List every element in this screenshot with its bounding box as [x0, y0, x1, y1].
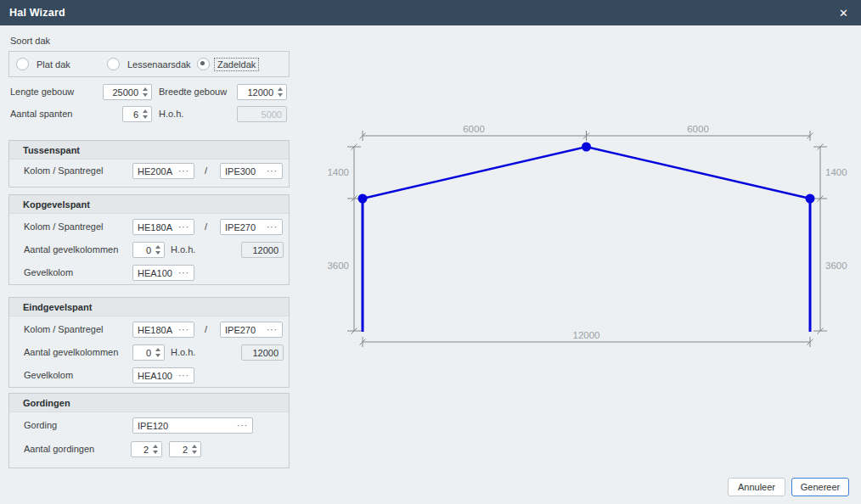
eindgevelspant-section: Eindgevelspant Kolom / Spantregel HE180A…	[8, 297, 290, 388]
spinner-arrows-icon[interactable]	[192, 445, 197, 454]
soort-dak-label: Soort dak	[10, 33, 50, 49]
frame-nodes	[358, 143, 815, 204]
dim-label-span: 12000	[573, 330, 600, 340]
lengte-gebouw-input[interactable]: 25000	[103, 84, 152, 100]
spinner-value: 0	[146, 348, 151, 358]
hoh-label: H.o.h.	[159, 106, 183, 122]
aantal-gevelkolommen-label: Aantal gevelkolommen	[24, 344, 118, 361]
lengte-gebouw-label: Lengte gebouw	[10, 84, 74, 100]
spinner-arrows-icon[interactable]	[153, 445, 158, 454]
combo-value: HE180A	[138, 325, 178, 335]
section-header: Eindgevelspant	[9, 298, 289, 316]
combo-value: HE200A	[138, 166, 178, 176]
combo-value: IPE270	[225, 325, 267, 335]
hoh-label: H.o.h.	[171, 242, 195, 258]
hoh-label: H.o.h.	[171, 344, 195, 361]
spinner-value: 12000	[247, 87, 273, 98]
cancel-button[interactable]: Annuleer	[728, 478, 785, 496]
section-header: Kopgevelspant	[9, 195, 289, 214]
radio-icon	[107, 58, 120, 70]
gevelkolom-label: Gevelkolom	[24, 367, 73, 384]
eindgevelspant-gevelkolommen-input[interactable]: 0	[132, 344, 165, 361]
kopgevelspant-gevelkolommen-input[interactable]: 0	[132, 242, 165, 258]
radio-zadeldak[interactable]: Zadeldak	[197, 52, 259, 76]
dim-label-wall-left: 3600	[327, 260, 349, 271]
section-title: Tussenspant	[23, 145, 80, 155]
ellipsis-icon[interactable]: ···	[267, 167, 278, 176]
spinner-value: 25000	[112, 87, 138, 98]
radio-lessenaarsdak[interactable]: Lessenaarsdak	[107, 52, 194, 76]
section-title: Kopgevelspant	[23, 199, 90, 210]
ellipsis-icon[interactable]: ···	[178, 269, 189, 277]
radio-label: Lessenaarsdak	[124, 58, 194, 71]
radio-icon	[16, 58, 29, 70]
spinner-value: 2	[183, 445, 188, 455]
radio-icon	[197, 58, 210, 70]
ellipsis-icon[interactable]: ···	[237, 422, 248, 430]
kopgevelspant-gevelkolom-input[interactable]: HEA100 ···	[132, 265, 194, 281]
combo-value: IPE300	[225, 166, 267, 176]
spinner-value: 0	[146, 245, 151, 255]
combo-value: HEA100	[138, 268, 178, 278]
ellipsis-icon[interactable]: ···	[267, 223, 278, 232]
radio-plat-dak[interactable]: Plat dak	[16, 52, 74, 76]
spinner-arrows-icon[interactable]	[155, 245, 160, 255]
eindgevelspant-gevelkolom-input[interactable]: HEA100 ···	[132, 367, 194, 384]
hoh-value: 12000	[252, 348, 279, 358]
ellipsis-icon[interactable]: ···	[178, 167, 189, 176]
ellipsis-icon[interactable]: ···	[267, 326, 278, 334]
radio-label: Plat dak	[33, 58, 74, 71]
close-icon[interactable]: ✕	[836, 7, 852, 20]
combo-value: HE180A	[138, 222, 178, 232]
aantal-spanten-input[interactable]: 6	[122, 106, 152, 122]
gevelkolom-label: Gevelkolom	[24, 265, 73, 281]
kolom-spantregel-label: Kolom / Spantregel	[24, 163, 104, 179]
aantal-gevelkolommen-label: Aantal gevelkolommen	[24, 242, 118, 258]
eindgevelspant-hoh-field: 12000	[241, 344, 284, 361]
eindgevelspant-kolom-input[interactable]: HE180A ···	[132, 322, 194, 338]
frame-preview-diagram: 6000 6000 1400 1400 3600 3600 12000	[321, 119, 847, 356]
combo-value: IPE120	[138, 421, 237, 431]
dim-label-top-right: 6000	[687, 124, 709, 134]
kopgevelspant-spantregel-input[interactable]: IPE270 ···	[220, 219, 283, 235]
dim-label-rise-left: 1400	[327, 167, 349, 177]
slash-separator: /	[205, 219, 207, 235]
eindgevelspant-spantregel-input[interactable]: IPE270 ···	[220, 322, 283, 338]
spinner-arrows-icon[interactable]	[143, 109, 148, 119]
tussenspant-kolom-input[interactable]: HE200A ···	[132, 163, 194, 179]
roof-type-group: Plat dak Lessenaarsdak Zadeldak	[8, 51, 290, 77]
generate-button[interactable]: Genereer	[791, 478, 849, 496]
aantal-gordingen-input-2[interactable]: 2	[169, 441, 201, 457]
combo-value: IPE270	[225, 222, 267, 232]
dim-label-top-left: 6000	[463, 124, 485, 134]
hoh-value: 5000	[262, 109, 282, 120]
kopgevelspant-kolom-input[interactable]: HE180A ···	[132, 219, 194, 235]
kolom-spantregel-label: Kolom / Spantregel	[24, 322, 104, 338]
hal-wizard-dialog: { "dialog": { "title": "Hal Wizard", "cl…	[0, 0, 861, 504]
section-title: Gordingen	[23, 398, 70, 408]
section-header: Tussenspant	[9, 141, 289, 160]
aantal-spanten-label: Aantal spanten	[10, 106, 72, 122]
breedte-gebouw-label: Breedte gebouw	[159, 84, 227, 100]
ellipsis-icon[interactable]: ···	[178, 372, 189, 380]
frame-members	[363, 147, 810, 332]
aantal-gordingen-input-1[interactable]: 2	[131, 441, 162, 457]
spinner-arrows-icon[interactable]	[155, 348, 160, 357]
ellipsis-icon[interactable]: ···	[178, 223, 189, 232]
spinner-arrows-icon[interactable]	[143, 87, 148, 97]
tussenspant-spantregel-input[interactable]: IPE300 ···	[220, 163, 283, 179]
section-header: Gordingen	[9, 394, 289, 412]
radio-label: Zadeldak	[214, 58, 259, 71]
kolom-spantregel-label: Kolom / Spantregel	[24, 219, 104, 235]
spinner-arrows-icon[interactable]	[278, 87, 283, 97]
dim-label-rise-right: 1400	[825, 167, 847, 177]
gording-input[interactable]: IPE120 ···	[132, 417, 253, 434]
dialog-title: Hal Wizard	[9, 7, 65, 19]
slash-separator: /	[205, 322, 207, 338]
combo-value: HEA100	[138, 371, 178, 381]
kopgevelspant-section: Kopgevelspant Kolom / Spantregel HE180A …	[8, 194, 290, 285]
ellipsis-icon[interactable]: ···	[178, 326, 189, 334]
gordingen-section: Gordingen Gording IPE120 ··· Aantal gord…	[8, 393, 290, 468]
breedte-gebouw-input[interactable]: 12000	[237, 84, 287, 100]
aantal-gordingen-label: Aantal gordingen	[24, 441, 94, 457]
